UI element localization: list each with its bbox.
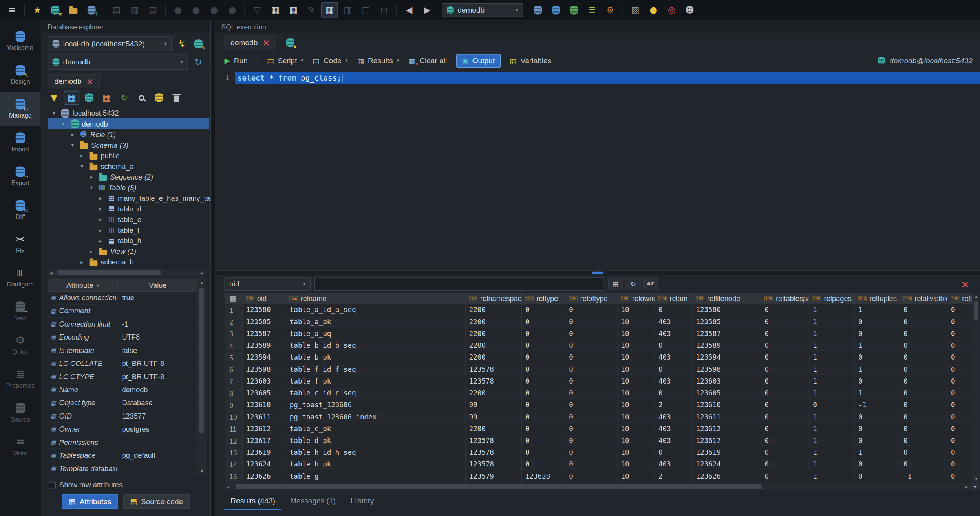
attribute-row[interactable]: ▦Comment <box>48 305 197 318</box>
grid-hscrollbar[interactable]: ◂ ▸ ▾ <box>224 483 979 490</box>
cell[interactable]: 10 <box>617 435 655 446</box>
cell[interactable]: 403 <box>655 411 692 423</box>
image-view-icon[interactable]: ▥ <box>339 2 356 17</box>
cell[interactable]: 2200 <box>465 328 521 340</box>
cell[interactable]: 0 <box>900 399 947 411</box>
refresh-connection-icon[interactable]: ↻ <box>190 55 205 69</box>
tree-expander-icon[interactable]: ▸ <box>99 206 105 212</box>
connection-selector[interactable]: local-db (localhost:5432) ▾ <box>48 36 172 51</box>
cell[interactable]: 123610 <box>242 399 285 411</box>
cell[interactable]: 0 <box>947 316 972 328</box>
cell[interactable]: 403 <box>655 328 692 340</box>
cell[interactable]: 0 <box>521 459 565 470</box>
tree-expander-icon[interactable]: ▾ <box>80 163 86 169</box>
search-metadata-icon[interactable] <box>547 2 564 17</box>
scroll-left-icon[interactable]: ◂ <box>48 270 55 275</box>
cell[interactable]: 0 <box>521 316 565 328</box>
table-view-icon[interactable]: ▦ <box>267 2 284 17</box>
grid-view-icon[interactable]: ▦ <box>64 91 79 105</box>
cell[interactable]: 0 <box>761 387 809 399</box>
cell[interactable]: 1 <box>809 304 854 316</box>
clean-icon[interactable]: ▨ <box>627 2 644 17</box>
cell[interactable]: 123587 <box>692 328 761 340</box>
panel-splitter[interactable] <box>210 21 215 516</box>
cell[interactable]: 1 <box>809 470 854 482</box>
value-filter-icon[interactable]: ▽ <box>249 2 266 17</box>
refresh-objects-icon[interactable]: ↻ <box>116 91 132 105</box>
cell[interactable]: 1 <box>809 316 854 328</box>
cell[interactable]: 0 <box>565 316 617 328</box>
cell[interactable]: 123610 <box>692 399 761 411</box>
cell[interactable]: 123594 <box>692 352 761 364</box>
tree-expander-icon[interactable]: ▸ <box>80 152 86 159</box>
database-tasks-icon[interactable] <box>529 2 546 17</box>
cell[interactable]: 0 <box>900 387 947 399</box>
editor-results-splitter[interactable] <box>215 270 980 275</box>
copy-document-icon[interactable]: ▤ <box>144 2 161 17</box>
cell[interactable]: 0 <box>900 316 947 328</box>
cell[interactable]: 0 <box>565 328 617 340</box>
cell[interactable]: 0 <box>761 459 809 470</box>
cell[interactable]: 123612 <box>242 423 285 435</box>
sidebar-item-source[interactable]: Source <box>0 396 40 430</box>
connect-icon[interactable]: ↯ <box>174 37 189 51</box>
scroll-right-icon[interactable]: ▸ <box>963 484 971 489</box>
transaction-mode-icon[interactable]: ● <box>224 2 241 17</box>
cell[interactable]: 0 <box>565 399 617 411</box>
sidebar-item-more[interactable]: ≡More <box>0 430 40 464</box>
new-script-icon[interactable]: ★ <box>29 2 46 17</box>
results-tab-history[interactable]: History <box>344 493 380 510</box>
forward-icon[interactable]: ▶ <box>419 2 436 17</box>
cell[interactable]: 123578 <box>465 435 521 446</box>
table-row[interactable]: 6123598table_f_id_f_seq12357800100123598… <box>224 364 972 375</box>
cell[interactable]: 403 <box>655 352 692 364</box>
cell[interactable]: 0 <box>565 364 617 375</box>
cell[interactable]: 0 <box>947 435 972 446</box>
table-row[interactable]: 14123624table_h_pk1235780010403123624010… <box>224 459 972 470</box>
cell[interactable]: -1 <box>900 470 947 482</box>
cell[interactable]: 0 <box>947 387 972 399</box>
cell[interactable]: 0 <box>947 399 972 411</box>
row-number[interactable]: 3 <box>224 328 242 340</box>
cell[interactable]: 123617 <box>242 435 285 446</box>
column-header-relowner[interactable]: 123relowner <box>617 293 655 304</box>
scrollbar-track[interactable] <box>232 483 963 490</box>
cell[interactable]: 123580 <box>692 304 761 316</box>
cell[interactable]: 0 <box>947 352 972 364</box>
cell[interactable]: table_g <box>285 470 465 482</box>
attribute-row[interactable]: ▦Ownerpostgres <box>48 423 197 436</box>
scrollbar-thumb[interactable] <box>57 270 160 275</box>
menu-icon[interactable]: ≡ <box>4 2 21 17</box>
save-script-icon[interactable]: ↑ <box>83 2 100 17</box>
cell[interactable]: 0 <box>655 304 692 316</box>
cell[interactable]: 1 <box>854 304 900 316</box>
cell[interactable]: 0 <box>761 399 809 411</box>
sidebar-item-fix[interactable]: ✂Fix <box>0 227 40 261</box>
cell[interactable]: 2200 <box>465 304 521 316</box>
cell[interactable]: 1 <box>809 411 854 423</box>
new-sql-tab-icon[interactable]: ★ <box>283 36 298 50</box>
attribute-row[interactable]: ▦Permissions <box>48 436 197 449</box>
cell[interactable]: 0 <box>947 304 972 316</box>
scroll-down-icon[interactable]: ▾ <box>198 468 206 476</box>
column-header-relfilenode[interactable]: 123relfilenode <box>692 293 761 304</box>
tree-expander-icon[interactable]: ▸ <box>71 131 77 137</box>
cell[interactable]: 1 <box>854 364 900 375</box>
column-header-relname[interactable]: abcrelname <box>285 293 465 304</box>
row-number[interactable]: 14 <box>224 459 242 470</box>
cell[interactable]: 0 <box>809 399 854 411</box>
cell[interactable]: table_h_pk <box>285 459 465 470</box>
cell[interactable]: 123605 <box>692 387 761 399</box>
scroll-down-icon[interactable]: ▾ <box>973 476 980 483</box>
cell[interactable]: 0 <box>900 304 947 316</box>
attribute-row[interactable]: ▦Namedemodb <box>48 384 197 397</box>
table-row[interactable]: 5123594table_b_pk2200001040312359401000 <box>224 352 972 364</box>
cell[interactable]: pg_toast_123606 <box>285 399 465 411</box>
cell[interactable]: 99 <box>465 411 521 423</box>
row-number[interactable]: 10 <box>224 411 242 423</box>
cell[interactable]: 1 <box>809 387 854 399</box>
cell[interactable]: 123619 <box>242 447 285 459</box>
sql-tab-demodb[interactable]: demodb × <box>224 35 276 50</box>
scrollbar-thumb[interactable] <box>974 301 978 320</box>
value-column-header[interactable]: Value <box>118 279 197 291</box>
